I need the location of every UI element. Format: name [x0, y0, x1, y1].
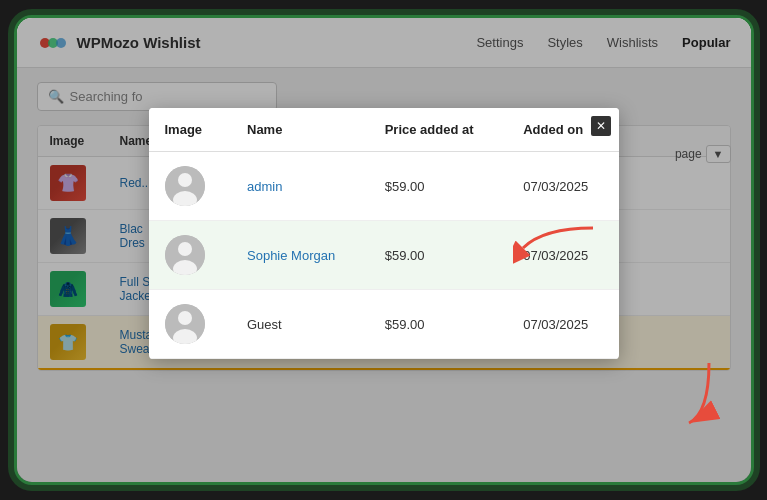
modal-col-name: Name [231, 108, 369, 152]
modal-table-header: Image Name Price added at Added on [149, 108, 619, 152]
red-arrow-sophie [513, 218, 603, 282]
modal-avatar-cell-2 [149, 221, 232, 290]
modal-guest-name: Guest [247, 317, 282, 332]
modal-user-link-2[interactable]: Sophie Morgan [247, 248, 335, 263]
modal-avatar-1 [165, 166, 205, 206]
modal-price-cell-3: $59.00 [369, 290, 508, 359]
avatar-svg-1 [165, 166, 205, 206]
modal-name-cell-1: admin [231, 152, 369, 221]
modal-user-link-1[interactable]: admin [247, 179, 282, 194]
modal-date-cell-1: 07/03/2025 [507, 152, 618, 221]
modal-name-cell-3: Guest [231, 290, 369, 359]
modal-row-3: Guest $59.00 07/03/2025 [149, 290, 619, 359]
modal-price-cell-2: $59.00 [369, 221, 508, 290]
modal-avatar-2 [165, 235, 205, 275]
app-window: WPMozo Wishlist Settings Styles Wishlist… [14, 15, 754, 485]
red-arrow-bottom [649, 353, 729, 437]
modal-col-image: Image [149, 108, 232, 152]
modal-overlay: ✕ Image Name Price added at Added on [17, 18, 751, 482]
avatar-svg-2 [165, 235, 205, 275]
svg-point-10 [178, 311, 192, 325]
modal-price-cell-1: $59.00 [369, 152, 508, 221]
svg-point-4 [178, 173, 192, 187]
modal-avatar-cell-3 [149, 290, 232, 359]
modal-avatar-cell-1 [149, 152, 232, 221]
modal-row-1: admin $59.00 07/03/2025 [149, 152, 619, 221]
modal-avatar-3 [165, 304, 205, 344]
svg-point-7 [178, 242, 192, 256]
avatar-svg-3 [165, 304, 205, 344]
modal-name-cell-2: Sophie Morgan [231, 221, 369, 290]
modal-col-price: Price added at [369, 108, 508, 152]
modal-date-cell-3: 07/03/2025 [507, 290, 618, 359]
modal-close-button[interactable]: ✕ [591, 116, 611, 136]
